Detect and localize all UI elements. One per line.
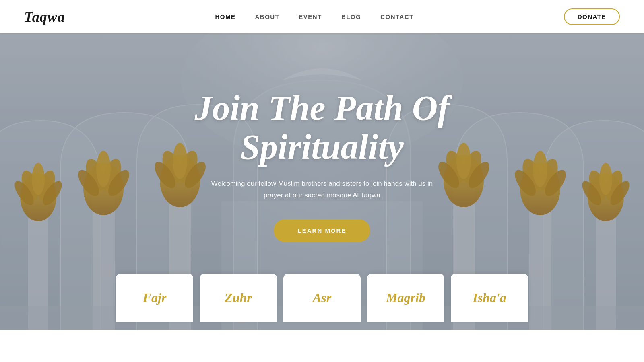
prayer-zuhr-label: Zuhr <box>225 290 252 305</box>
brand-logo[interactable]: Taqwa <box>24 8 65 25</box>
nav-contact[interactable]: CONTACT <box>380 13 414 20</box>
navbar: Taqwa HOME ABOUT EVENT BLOG CONTACT DONA… <box>0 0 644 33</box>
donate-button[interactable]: DONATE <box>564 8 620 25</box>
hero-title: Join The Path Of Spirituality <box>194 89 449 167</box>
prayer-asr-label: Asr <box>313 290 331 305</box>
learn-more-button[interactable]: LEARN MORE <box>274 219 371 242</box>
nav-links: HOME ABOUT EVENT BLOG CONTACT <box>215 13 414 21</box>
prayer-card-isha[interactable]: Isha'a <box>451 274 528 322</box>
prayer-card-zuhr[interactable]: Zuhr <box>200 274 277 322</box>
prayer-isha-label: Isha'a <box>473 290 506 305</box>
hero-section: Join The Path Of Spirituality Welcoming … <box>0 0 644 330</box>
prayer-card-fajr[interactable]: Fajr <box>116 274 193 322</box>
prayer-magrib-label: Magrib <box>386 290 425 305</box>
prayer-card-magrib[interactable]: Magrib <box>367 274 444 322</box>
prayer-card-asr[interactable]: Asr <box>283 274 361 322</box>
nav-about[interactable]: ABOUT <box>255 13 280 20</box>
hero-subtitle: Welcoming our fellow Muslim brothers and… <box>209 178 435 202</box>
nav-blog[interactable]: BLOG <box>341 13 361 20</box>
prayer-fajr-label: Fajr <box>143 290 167 305</box>
nav-event[interactable]: EVENT <box>299 13 322 20</box>
hero-title-line1: Join The Path Of <box>194 88 449 128</box>
hero-title-line2: Spirituality <box>240 128 404 167</box>
prayer-cards-container: Fajr Zuhr Asr Magrib Isha'a <box>0 274 644 330</box>
nav-home[interactable]: HOME <box>215 13 236 20</box>
